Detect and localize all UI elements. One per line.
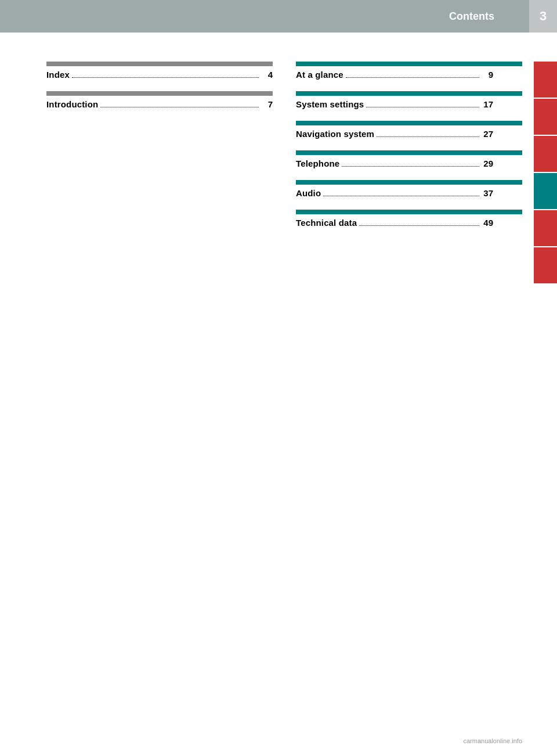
toc-bar-introduction (46, 91, 273, 96)
left-column: Index 4 Introduction 7 (46, 62, 273, 698)
toc-entry-technical-data: Technical data 49 (296, 210, 522, 237)
toc-page-at-a-glance: 9 (482, 70, 493, 80)
toc-page-system-settings: 17 (482, 99, 493, 109)
toc-dots-telephone (342, 166, 479, 167)
tab-1 (534, 62, 557, 98)
toc-bar-index (46, 62, 273, 66)
toc-label-introduction: Introduction (46, 99, 98, 109)
toc-page-audio: 37 (482, 188, 493, 198)
toc-entry-navigation-system: Navigation system 27 (296, 121, 522, 148)
toc-dots-navigation-system (377, 136, 479, 137)
toc-row-audio: Audio 37 (296, 188, 522, 207)
watermark: carmanualonline.info (463, 737, 522, 744)
toc-row-introduction: Introduction 7 (46, 99, 273, 118)
right-column: At a glance 9 System settings 17 Navigat… (296, 62, 522, 698)
toc-label-navigation-system: Navigation system (296, 129, 374, 139)
header-bar: Contents 3 (0, 0, 557, 33)
toc-row-system-settings: System settings 17 (296, 99, 522, 118)
toc-page-index: 4 (261, 70, 273, 80)
toc-label-technical-data: Technical data (296, 218, 357, 228)
toc-dots-index (72, 77, 259, 78)
tab-5 (534, 210, 557, 246)
toc-page-telephone: 29 (482, 159, 493, 168)
content-area: Index 4 Introduction 7 At a glance 9 (0, 33, 557, 721)
toc-entry-telephone: Telephone 29 (296, 150, 522, 178)
toc-entry-introduction: Introduction 7 (46, 91, 273, 118)
toc-bar-audio (296, 180, 522, 185)
toc-entry-at-a-glance: At a glance 9 (296, 62, 522, 89)
toc-label-index: Index (46, 70, 70, 80)
toc-dots-technical-data (359, 225, 479, 226)
toc-bar-technical-data (296, 210, 522, 214)
toc-row-technical-data: Technical data 49 (296, 218, 522, 237)
toc-page-navigation-system: 27 (482, 129, 493, 139)
toc-dots-at-a-glance (346, 77, 479, 78)
tab-indicators (534, 62, 557, 283)
toc-label-audio: Audio (296, 188, 321, 198)
toc-label-telephone: Telephone (296, 159, 339, 168)
toc-bar-navigation-system (296, 121, 522, 125)
toc-page-introduction: 7 (261, 99, 273, 109)
toc-row-at-a-glance: At a glance 9 (296, 70, 522, 89)
header-title: Contents (449, 10, 494, 23)
toc-entry-index: Index 4 (46, 62, 273, 89)
toc-label-at-a-glance: At a glance (296, 70, 343, 80)
toc-row-index: Index 4 (46, 70, 273, 89)
toc-label-system-settings: System settings (296, 99, 364, 109)
tab-4-teal (534, 173, 557, 209)
toc-dots-introduction (100, 107, 259, 107)
toc-bar-at-a-glance (296, 62, 522, 66)
tab-3 (534, 136, 557, 172)
toc-dots-audio (323, 196, 479, 196)
toc-bar-telephone (296, 150, 522, 155)
toc-bar-system-settings (296, 91, 522, 96)
toc-row-navigation-system: Navigation system 27 (296, 129, 522, 148)
page-number: 3 (529, 0, 557, 33)
toc-dots-system-settings (366, 107, 479, 107)
toc-entry-audio: Audio 37 (296, 180, 522, 207)
toc-page-technical-data: 49 (482, 218, 493, 228)
tab-6 (534, 247, 557, 283)
toc-entry-system-settings: System settings 17 (296, 91, 522, 118)
tab-2 (534, 99, 557, 135)
toc-row-telephone: Telephone 29 (296, 159, 522, 178)
